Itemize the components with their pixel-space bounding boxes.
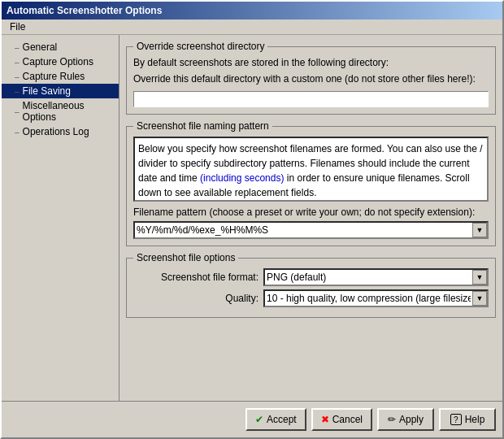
cancel-label: Cancel [332, 414, 363, 425]
naming-pattern-group: Screenshot file naming pattern Below you… [126, 126, 496, 246]
help-button[interactable]: ? Help [439, 408, 496, 431]
quality-select-wrapper: 10 - high quality, low compression (larg… [263, 289, 489, 307]
sidebar: General Capture Options Capture Rules Fi… [2, 35, 119, 401]
help-label: Help [465, 414, 485, 425]
override-group-title: Override screenshot directory [133, 41, 267, 52]
override-directory-group: Override screenshot directory By default… [126, 46, 496, 115]
accept-icon: ✔ [255, 414, 263, 425]
cancel-icon: ✖ [321, 414, 329, 425]
pattern-label: Filename pattern (choose a preset or wri… [133, 206, 489, 218]
cancel-button[interactable]: ✖ Cancel [311, 408, 372, 431]
pattern-select-wrapper: %Y/%m/%d/%exe_%H%M%S [133, 221, 489, 239]
desc-highlight: (including seconds) [200, 172, 284, 184]
format-label: Screenshot file format: [133, 272, 263, 283]
format-select[interactable]: PNG (default) JPEG BMP [263, 268, 489, 286]
apply-button[interactable]: ✏ Apply [377, 408, 434, 431]
description-box: Below you specify how screenshot filenam… [133, 137, 489, 202]
title-bar: Automatic Screenshotter Options [2, 2, 502, 20]
file-options-title: Screenshot file options [133, 252, 238, 263]
main-window: Automatic Screenshotter Options File Gen… [0, 0, 504, 439]
sidebar-item-operations-log[interactable]: Operations Log [2, 124, 119, 139]
window-title: Automatic Screenshotter Options [7, 5, 162, 16]
sidebar-item-file-saving[interactable]: File Saving [2, 84, 119, 98]
apply-label: Apply [399, 414, 424, 425]
apply-icon: ✏ [388, 414, 396, 425]
naming-group-title: Screenshot file naming pattern [133, 120, 272, 132]
pattern-select[interactable]: %Y/%m/%d/%exe_%H%M%S [133, 221, 489, 239]
menu-bar: File [2, 20, 502, 35]
quality-label: Quality: [133, 293, 263, 304]
file-menu[interactable]: File [5, 20, 30, 34]
sidebar-item-capture-rules[interactable]: Capture Rules [2, 69, 119, 84]
bottom-bar: ✔ Accept ✖ Cancel ✏ Apply ? Help [2, 401, 502, 437]
format-row: Screenshot file format: PNG (default) JP… [133, 268, 489, 286]
sidebar-item-general[interactable]: General [2, 40, 119, 54]
accept-button[interactable]: ✔ Accept [245, 408, 306, 431]
quality-row: Quality: 10 - high quality, low compress… [133, 289, 489, 307]
file-options-group: Screenshot file options Screenshot file … [126, 258, 496, 318]
help-icon: ? [450, 414, 462, 425]
main-content: General Capture Options Capture Rules Fi… [2, 35, 502, 401]
quality-select[interactable]: 10 - high quality, low compression (larg… [263, 289, 489, 307]
override-desc1: By default screenshots are stored in the… [133, 57, 489, 68]
accept-label: Accept [267, 414, 297, 425]
override-directory-input[interactable] [133, 91, 489, 107]
format-select-wrapper: PNG (default) JPEG BMP [263, 268, 489, 286]
sidebar-item-capture-options[interactable]: Capture Options [2, 54, 119, 69]
override-desc2: Override this default directory with a c… [133, 73, 489, 85]
sidebar-item-misc-options[interactable]: Miscellaneous Options [2, 98, 119, 124]
content-area: Override screenshot directory By default… [119, 35, 502, 401]
description-wrapper: Below you specify how screenshot filenam… [133, 137, 489, 202]
